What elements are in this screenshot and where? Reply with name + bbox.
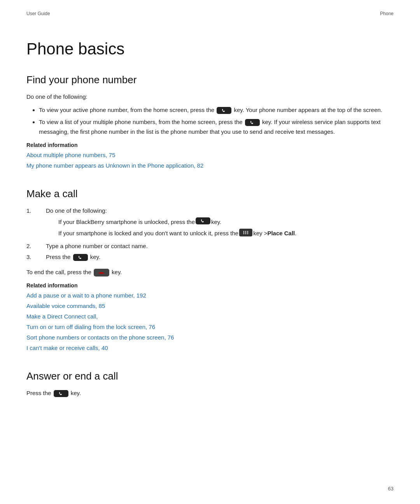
svg-point-16 xyxy=(102,273,103,274)
phone-key-icon-5 xyxy=(54,390,68,397)
step-text: Press the key. xyxy=(46,252,100,262)
find-intro: Do one of the following: xyxy=(26,92,394,102)
make-call-steps: 1. Do one of the following: If your Blac… xyxy=(26,206,394,262)
header-left: User Guide xyxy=(26,11,50,16)
list-item: To view your active phone number, from t… xyxy=(39,105,394,115)
section-title-answer: Answer or end a call xyxy=(26,370,394,382)
section-title-make: Make a call xyxy=(26,188,394,200)
phone-key-icon xyxy=(217,107,231,114)
step-number: 2. xyxy=(26,242,46,251)
step-number: 3. xyxy=(26,252,46,262)
svg-point-5 xyxy=(245,231,246,232)
svg-rect-2 xyxy=(199,218,207,224)
section-answer-end-call: Answer or end a call Press the key. xyxy=(26,370,394,398)
answer-body: Press the key. xyxy=(26,388,394,398)
list-item: 2. Type a phone number or contact name. xyxy=(26,242,394,251)
related-link-1-2[interactable]: Make a Direct Connect call, xyxy=(26,311,394,322)
svg-point-9 xyxy=(247,232,248,233)
related-link-0-1[interactable]: My phone number appears as Unknown in th… xyxy=(26,160,394,171)
page-content: Phone basics Find your phone number Do o… xyxy=(0,16,420,433)
page-number: 63 xyxy=(388,486,394,492)
step-text: Do one of the following: If your BlackBe… xyxy=(46,206,296,240)
svg-point-4 xyxy=(243,231,244,232)
header-right: Phone xyxy=(380,11,394,16)
svg-rect-13 xyxy=(76,255,85,260)
related-link-1-5[interactable]: I can't make or receive calls, 40 xyxy=(26,343,394,353)
related-link-1-0[interactable]: Add a pause or a wait to a phone number,… xyxy=(26,290,394,301)
end-key-icon xyxy=(94,269,109,276)
phone-key-icon-3 xyxy=(196,217,210,224)
find-bullets: To view your active phone number, from t… xyxy=(39,105,394,136)
phone-key-icon-2 xyxy=(245,119,260,126)
svg-rect-17 xyxy=(57,391,65,396)
list-item: If your BlackBerry smartphone is unlocke… xyxy=(58,217,296,227)
chapter-title: Phone basics xyxy=(26,40,394,58)
step-text: Type a phone number or contact name. xyxy=(46,242,148,251)
step1-sub-bullets: If your BlackBerry smartphone is unlocke… xyxy=(58,217,296,238)
list-item: 3. Press the key. xyxy=(26,252,394,262)
svg-point-12 xyxy=(247,233,248,234)
grid-key-icon xyxy=(239,229,252,236)
page-header: User Guide Phone xyxy=(0,0,420,16)
section-make-a-call: Make a call 1. Do one of the following: … xyxy=(26,188,394,353)
step-number: 1. xyxy=(26,206,46,216)
section-title-find: Find your phone number xyxy=(26,74,394,86)
svg-point-11 xyxy=(245,233,246,234)
related-info-label-make: Related information xyxy=(26,282,394,289)
svg-point-6 xyxy=(247,231,248,232)
related-link-1-4[interactable]: Sort phone numbers or contacts on the ph… xyxy=(26,332,394,343)
related-link-1-3[interactable]: Turn on or turn off dialing from the loc… xyxy=(26,322,394,332)
svg-rect-0 xyxy=(220,108,228,113)
related-info-label-find: Related information xyxy=(26,142,394,148)
list-item: If your smartphone is locked and you don… xyxy=(58,229,296,238)
svg-rect-1 xyxy=(248,120,257,125)
page-footer: 63 xyxy=(388,486,394,492)
svg-point-7 xyxy=(243,232,244,233)
end-call-text: To end the call, press the key. xyxy=(26,268,394,277)
section-find-phone-number: Find your phone number Do one of the fol… xyxy=(26,74,394,171)
place-call-text: Place Call xyxy=(267,229,295,238)
svg-point-15 xyxy=(100,273,101,274)
svg-point-10 xyxy=(243,233,244,234)
svg-point-8 xyxy=(245,232,246,233)
list-item: To view a list of your multiple phone nu… xyxy=(39,117,394,137)
list-item: 1. Do one of the following: If your Blac… xyxy=(26,206,394,240)
related-link-1-1[interactable]: Available voice commands, 85 xyxy=(26,301,394,311)
phone-key-icon-4 xyxy=(73,254,88,261)
related-link-0-0[interactable]: About multiple phone numbers, 75 xyxy=(26,150,394,160)
